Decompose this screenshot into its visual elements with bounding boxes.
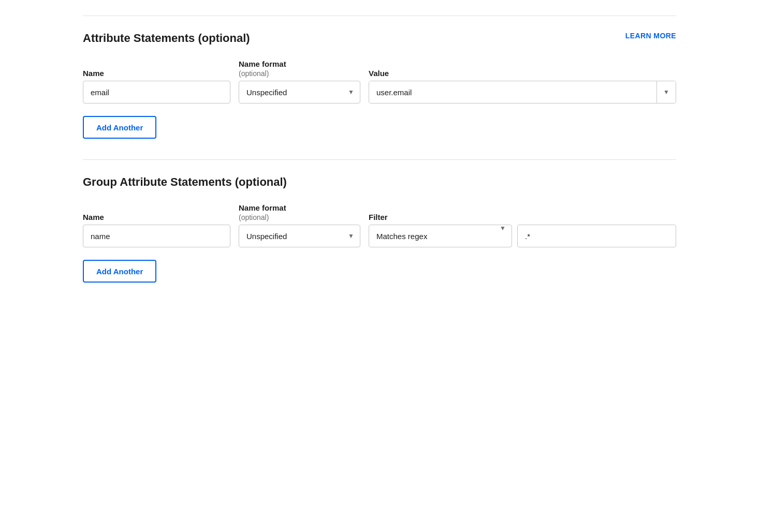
group-statements-header: Group Attribute Statements (optional) [83,175,676,189]
filter-combined-wrapper: Matches regex Starts with Equals Contain… [369,225,676,247]
top-divider [83,16,676,16]
attr-add-another-button[interactable]: Add Another [83,116,156,139]
group-name-format-select[interactable]: Unspecified URI Reference Basic [239,225,360,247]
attribute-form-row: Unspecified URI Reference Basic ▼ ▼ [83,81,676,104]
group-form-row: Unspecified URI Reference Basic ▼ Matche… [83,225,676,247]
attribute-statements-section: Attribute Statements (optional) LEARN MO… [83,32,676,139]
attr-value-input-wrapper: ▼ [369,81,676,104]
attr-value-col-header: Value [369,69,676,78]
attr-value-input[interactable] [369,81,656,103]
attribute-columns-header: Name Name format (optional) Value [83,60,676,78]
group-attribute-statements-section: Group Attribute Statements (optional) Na… [83,175,676,283]
group-name-input[interactable] [83,225,230,247]
group-add-another-button[interactable]: Add Another [83,260,156,283]
group-filter-col-header: Filter [369,213,676,221]
group-name-format-col-header: Name format (optional) [239,203,360,221]
attribute-statements-title: Attribute Statements (optional) [83,32,250,45]
attr-name-col-header: Name [83,69,230,78]
group-columns-header: Name Name format (optional) Filter [83,203,676,221]
attribute-statements-header: Attribute Statements (optional) LEARN MO… [83,32,676,45]
learn-more-link[interactable]: LEARN MORE [625,32,676,40]
filter-text-input[interactable] [517,225,676,247]
group-statements-title: Group Attribute Statements (optional) [83,175,287,189]
filter-type-select-wrapper: Matches regex Starts with Equals Contain… [369,225,512,247]
group-name-format-select-wrapper: Unspecified URI Reference Basic ▼ [239,225,360,247]
page-container: Attribute Statements (optional) LEARN MO… [52,0,707,532]
attr-value-dropdown-button[interactable]: ▼ [657,81,676,103]
attr-name-format-select[interactable]: Unspecified URI Reference Basic [239,81,360,104]
attr-name-format-col-header: Name format (optional) [239,60,360,78]
attr-name-format-select-wrapper: Unspecified URI Reference Basic ▼ [239,81,360,104]
section-divider [83,159,676,160]
attr-name-input[interactable] [83,81,230,104]
filter-type-select[interactable]: Matches regex Starts with Equals Contain… [369,225,512,247]
group-name-col-header: Name [83,213,230,221]
